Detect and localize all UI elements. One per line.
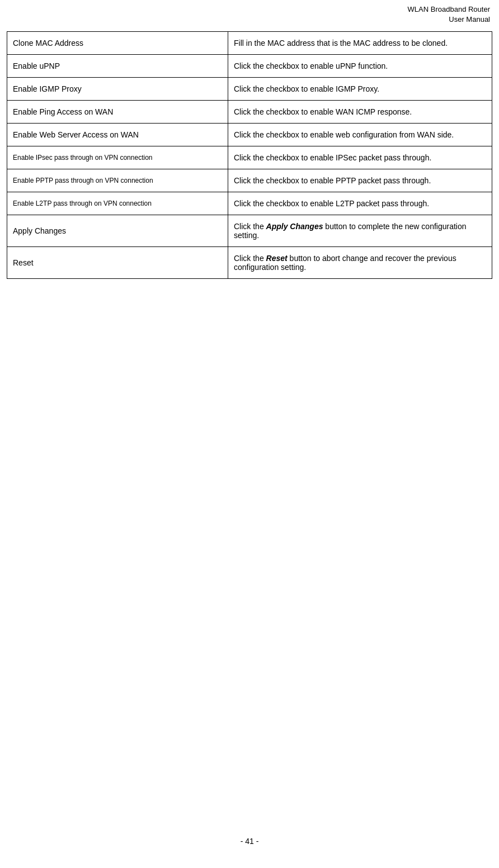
cell-text: Enable Ping Access on WAN: [13, 107, 113, 116]
cell-text: Fill in the MAC address that is the MAC …: [234, 39, 448, 48]
header-line2: User Manual: [449, 15, 490, 23]
cell-description: Click the Apply Changes button to comple…: [228, 215, 492, 246]
cell-text: Apply Changes: [13, 226, 66, 235]
cell-text: Enable uPNP: [13, 61, 60, 70]
cell-label: Apply Changes: [7, 215, 228, 246]
cell-label: Enable Web Server Access on WAN: [7, 124, 228, 146]
cell-text: Enable IPsec pass through on VPN connect…: [13, 154, 153, 162]
cell-description: Click the checkbox to enable web configu…: [228, 124, 492, 146]
cell-text: Reset: [13, 258, 34, 267]
table-row: Enable Web Server Access on WAN Click th…: [7, 124, 492, 146]
cell-text: Enable PPTP pass through on VPN connecti…: [13, 177, 153, 184]
table-row: Reset Click the Reset button to abort ch…: [7, 247, 492, 278]
cell-description: Click the checkbox to enable IGMP Proxy.: [228, 78, 492, 100]
cell-text: Click the checkbox to enable uPNP functi…: [234, 61, 388, 70]
cell-text: Enable L2TP pass through on VPN connecti…: [13, 200, 152, 207]
header-line1: WLAN Broadband Router: [408, 5, 490, 13]
cell-description: Click the checkbox to enable PPTP packet…: [228, 169, 492, 192]
cell-description: Click the checkbox to enable L2TP packet…: [228, 192, 492, 215]
table-row: Apply Changes Click the Apply Changes bu…: [7, 215, 492, 247]
table-row: Enable L2TP pass through on VPN connecti…: [7, 192, 492, 215]
cell-label: Enable L2TP pass through on VPN connecti…: [7, 192, 228, 215]
cell-text: Click the Apply Changes button to comple…: [234, 222, 486, 240]
cell-text: Enable IGMP Proxy: [13, 84, 82, 93]
cell-description: Fill in the MAC address that is the MAC …: [228, 32, 492, 54]
page-footer: - 41 -: [0, 826, 499, 857]
cell-label: Enable Ping Access on WAN: [7, 101, 228, 123]
cell-label: Reset: [7, 247, 228, 278]
cell-label: Enable IGMP Proxy: [7, 78, 228, 100]
cell-label: Enable PPTP pass through on VPN connecti…: [7, 169, 228, 192]
table-row: Clone MAC Address Fill in the MAC addres…: [7, 32, 492, 55]
cell-description: Click the checkbox to enable uPNP functi…: [228, 55, 492, 77]
cell-label: Clone MAC Address: [7, 32, 228, 54]
cell-text: Clone MAC Address: [13, 39, 83, 48]
cell-description: Click the checkbox to enable WAN ICMP re…: [228, 101, 492, 123]
cell-text: Click the checkbox to enable L2TP packet…: [234, 199, 429, 208]
table-row: Enable Ping Access on WAN Click the chec…: [7, 101, 492, 124]
cell-label: Enable IPsec pass through on VPN connect…: [7, 146, 228, 169]
page-header: WLAN Broadband Router User Manual: [0, 0, 499, 27]
table-row: Enable uPNP Click the checkbox to enable…: [7, 55, 492, 78]
cell-text: Click the checkbox to enable IGMP Proxy.: [234, 84, 379, 93]
cell-text: Enable Web Server Access on WAN: [13, 130, 139, 139]
cell-text: Click the checkbox to enable IPSec packe…: [234, 153, 431, 162]
page-number: - 41 -: [241, 837, 259, 846]
cell-text: Click the checkbox to enable web configu…: [234, 130, 454, 139]
cell-label: Enable uPNP: [7, 55, 228, 77]
table-row: Enable IPsec pass through on VPN connect…: [7, 146, 492, 169]
table-row: Enable IGMP Proxy Click the checkbox to …: [7, 78, 492, 101]
table-row: Enable PPTP pass through on VPN connecti…: [7, 169, 492, 192]
cell-description: Click the Reset button to abort change a…: [228, 247, 492, 278]
cell-text: Click the checkbox to enable WAN ICMP re…: [234, 107, 412, 116]
main-table: Clone MAC Address Fill in the MAC addres…: [7, 31, 492, 279]
cell-text: Click the checkbox to enable PPTP packet…: [234, 176, 431, 185]
cell-description: Click the checkbox to enable IPSec packe…: [228, 146, 492, 169]
cell-text: Click the Reset button to abort change a…: [234, 254, 486, 272]
